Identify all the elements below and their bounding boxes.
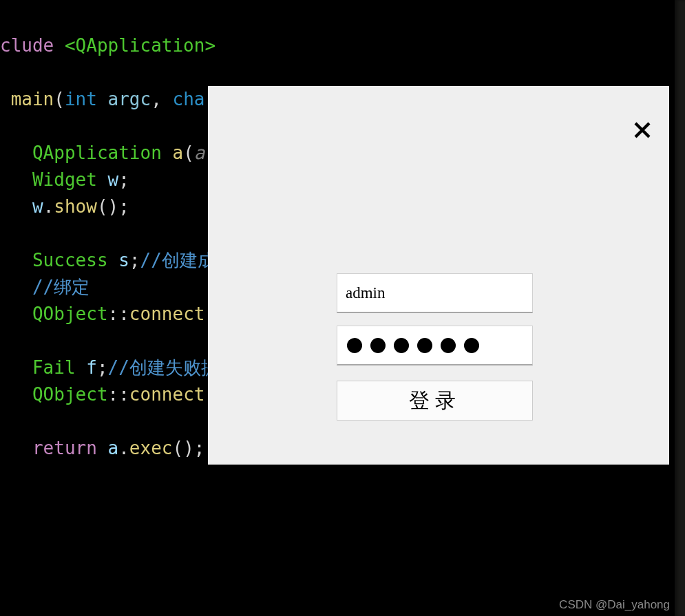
username-input[interactable] xyxy=(337,273,533,313)
password-input[interactable] xyxy=(337,326,533,365)
func-main: main xyxy=(11,89,54,109)
password-dot xyxy=(347,338,362,353)
password-dot xyxy=(417,338,432,353)
password-dot xyxy=(394,338,409,353)
scrollbar[interactable] xyxy=(675,0,685,616)
password-dot xyxy=(464,338,479,353)
close-icon xyxy=(632,120,653,140)
header-name: <QApplication> xyxy=(65,35,215,56)
password-dot xyxy=(370,338,386,353)
watermark: CSDN @Dai_yahong xyxy=(559,598,670,612)
login-button[interactable]: 登录 xyxy=(337,381,533,421)
password-dot xyxy=(441,338,456,353)
login-dialog: 登录 xyxy=(208,86,669,465)
preproc-include: clude xyxy=(0,35,54,56)
close-button[interactable] xyxy=(631,119,653,141)
